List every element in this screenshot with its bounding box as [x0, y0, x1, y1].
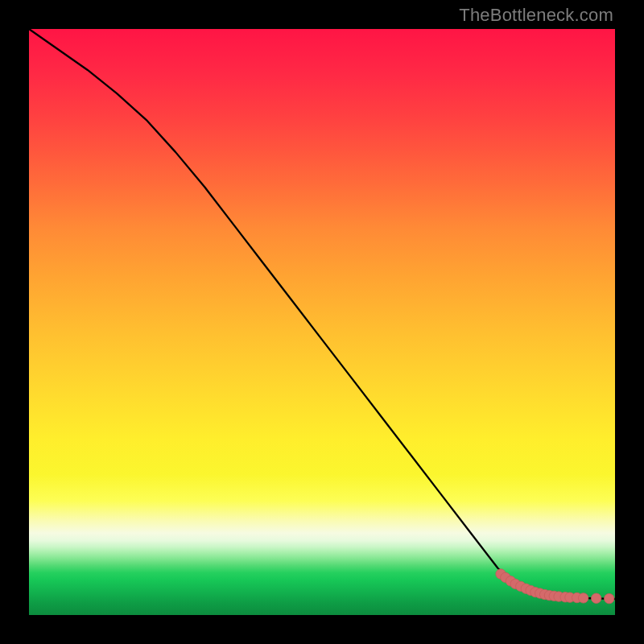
curve-line [29, 29, 615, 599]
marker-point [605, 593, 614, 603]
plot-area [29, 29, 615, 615]
chart-overlay [29, 29, 615, 615]
marker-point [578, 593, 588, 603]
attribution-label: TheBottleneck.com [459, 5, 613, 26]
chart-frame: TheBottleneck.com [0, 0, 644, 644]
marker-point [592, 593, 601, 603]
